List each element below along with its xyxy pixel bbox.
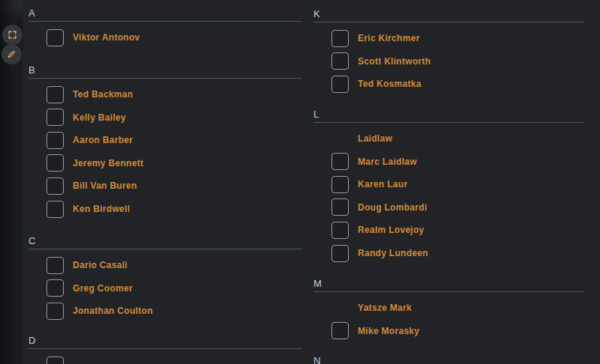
credits-column-left: A Viktor Antonov B Ted Backman Kelly Bai: [28, 0, 302, 364]
credits-column-right: K Eric Kirchmer Scott Klintworth Ted Kos…: [314, 0, 584, 364]
credit-row: Mike Morasky: [314, 322, 584, 339]
credit-checkbox[interactable]: [46, 357, 64, 364]
credit-row: Kelly Bailey: [28, 109, 302, 126]
credit-row: Doug Lombardi: [314, 198, 584, 216]
credit-name: Mike Morasky: [358, 326, 419, 336]
credit-name: Doug Lombardi: [358, 202, 428, 213]
section-letter: B: [28, 64, 302, 76]
credit-name: Ken Birdwell: [73, 204, 130, 214]
section-divider: [28, 249, 302, 249]
credit-name: Yatsze Mark: [358, 303, 412, 313]
credit-row: Ken Birdwell: [28, 201, 302, 218]
section-letter: L: [314, 109, 584, 121]
section-b: B Ted Backman Kelly Bailey Aaron Barber: [28, 64, 302, 223]
credit-checkbox[interactable]: [332, 76, 349, 93]
credit-name: Bill Van Buren: [73, 181, 137, 191]
credit-name: Marc Laidlaw: [358, 157, 417, 167]
credit-row: Ted Backman: [28, 86, 302, 103]
pen-icon: [7, 49, 16, 59]
credit-name: Karen Laur: [358, 179, 407, 189]
credit-checkbox[interactable]: [332, 30, 349, 47]
credit-name: Dario Casali: [73, 260, 128, 270]
credit-row: Eric Kirchmer: [314, 30, 584, 47]
credit-row: Dario Casali: [28, 257, 302, 274]
credit-row: Viktor Antonov: [28, 29, 302, 46]
credit-row: Aaron Barber: [28, 132, 302, 149]
credit-checkbox[interactable]: [332, 176, 349, 193]
credit-checkbox[interactable]: [46, 279, 64, 297]
credit-checkbox[interactable]: [332, 198, 349, 216]
section-letter: M: [314, 278, 584, 290]
edit-pen-button[interactable]: [2, 44, 22, 64]
section-a: A Viktor Antonov: [28, 7, 302, 52]
credit-row: Bill Van Buren: [28, 178, 302, 195]
credit-name: Randy Lundeen: [358, 248, 428, 258]
section-divider: [314, 122, 584, 123]
credit-row: Greg Coomer: [28, 279, 302, 297]
credit-name: Jeremy Bennett: [73, 158, 143, 169]
credit-checkbox[interactable]: [332, 222, 349, 239]
credit-row: Jeremy Bennett: [28, 154, 302, 172]
credit-row: Realm Lovejoy: [314, 222, 584, 239]
credit-checkbox[interactable]: [46, 109, 64, 126]
credit-name: Eric Kirchmer: [358, 33, 420, 43]
section-c: C Dario Casali Greg Coomer Jonathan Coul…: [28, 235, 302, 325]
credit-row: Randy Lundeen: [314, 245, 584, 262]
section-d: D: [28, 335, 302, 364]
section-divider: [314, 22, 584, 22]
credit-row: Scott Klintworth: [314, 52, 584, 70]
credits-checklist-screen: A Viktor Antonov B Ted Backman Kelly Bai: [0, 0, 600, 364]
credit-checkbox[interactable]: [332, 245, 349, 262]
section-n: N: [314, 355, 584, 364]
credit-row-clipped: [28, 357, 302, 364]
section-letter: K: [314, 8, 584, 20]
credit-checkbox[interactable]: [332, 322, 349, 339]
credit-checkbox[interactable]: [46, 303, 64, 320]
section-l: L Laidlaw Marc Laidlaw Karen Laur Doug L…: [314, 109, 584, 267]
section-divider: [28, 21, 302, 22]
credit-row: Jonathan Coulton: [28, 303, 302, 320]
credit-row-no-checkbox: Yatsze Mark: [314, 300, 584, 317]
credit-row: Ted Kosmatka: [314, 76, 584, 93]
credit-checkbox[interactable]: [46, 178, 64, 195]
credit-row: Marc Laidlaw: [314, 153, 584, 170]
credit-name: Ted Backman: [73, 89, 133, 100]
credit-checkbox[interactable]: [46, 154, 64, 172]
credit-name: Viktor Antonov: [73, 32, 140, 43]
section-m: M Yatsze Mark Mike Morasky: [314, 278, 584, 345]
section-letter: A: [28, 7, 302, 19]
credit-name: Kelly Bailey: [73, 112, 126, 123]
section-divider: [314, 291, 584, 292]
credit-name: Laidlaw: [358, 133, 392, 144]
credit-name: Jonathan Coulton: [73, 306, 153, 316]
credit-checkbox[interactable]: [46, 86, 64, 103]
credit-checkbox[interactable]: [332, 52, 349, 70]
credit-row: Karen Laur: [314, 176, 584, 193]
section-divider: [28, 78, 302, 79]
section-divider: [28, 348, 302, 349]
credit-name: Aaron Barber: [73, 135, 133, 145]
credit-checkbox[interactable]: [46, 132, 64, 149]
credit-name: Scott Klintworth: [358, 56, 430, 67]
section-letter: N: [314, 355, 584, 364]
fullscreen-icon: [8, 30, 17, 40]
credit-name: Realm Lovejoy: [358, 225, 424, 235]
credit-row-no-checkbox: Laidlaw: [314, 130, 584, 148]
credit-checkbox[interactable]: [46, 201, 64, 218]
credit-name: Ted Kosmatka: [358, 79, 422, 89]
credit-checkbox[interactable]: [332, 153, 349, 170]
credit-checkbox[interactable]: [46, 257, 64, 274]
credit-name: Greg Coomer: [73, 283, 133, 294]
fullscreen-button[interactable]: [2, 25, 22, 45]
section-k: K Eric Kirchmer Scott Klintworth Ted Kos…: [314, 8, 584, 98]
credit-checkbox[interactable]: [46, 29, 64, 46]
section-letter: D: [28, 335, 302, 347]
section-letter: C: [28, 235, 302, 247]
